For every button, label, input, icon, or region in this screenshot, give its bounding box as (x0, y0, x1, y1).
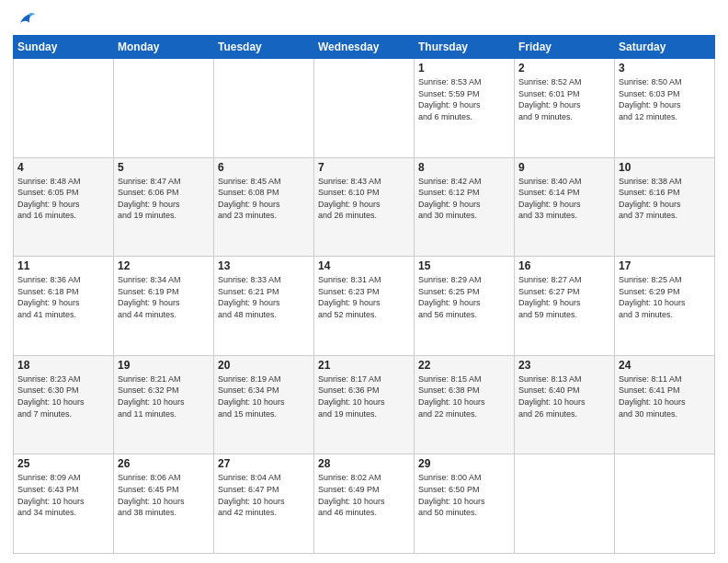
calendar-cell (314, 59, 415, 158)
day-number: 3 (619, 62, 711, 75)
day-info: Sunrise: 8:04 AM Sunset: 6:47 PM Dayligh… (218, 472, 310, 518)
day-number: 19 (118, 359, 210, 372)
day-number: 20 (218, 359, 310, 372)
day-number: 14 (318, 259, 410, 272)
calendar-week-row: 18Sunrise: 8:23 AM Sunset: 6:30 PM Dayli… (14, 355, 715, 454)
calendar-cell (615, 454, 715, 554)
day-number: 16 (518, 259, 610, 272)
calendar-cell: 5Sunrise: 8:47 AM Sunset: 6:06 PM Daylig… (114, 157, 214, 257)
day-number: 24 (619, 359, 711, 372)
day-of-week-header: Friday (515, 36, 615, 59)
calendar-week-row: 25Sunrise: 8:09 AM Sunset: 6:43 PM Dayli… (14, 454, 715, 554)
day-info: Sunrise: 8:31 AM Sunset: 6:23 PM Dayligh… (318, 274, 410, 320)
day-info: Sunrise: 8:53 AM Sunset: 5:59 PM Dayligh… (418, 76, 510, 122)
calendar-cell (114, 59, 214, 158)
day-number: 18 (17, 359, 109, 372)
day-number: 21 (318, 359, 410, 372)
day-of-week-header: Monday (114, 36, 214, 59)
day-number: 23 (518, 359, 610, 372)
calendar-cell: 11Sunrise: 8:36 AM Sunset: 6:18 PM Dayli… (14, 257, 114, 356)
calendar-cell: 19Sunrise: 8:21 AM Sunset: 6:32 PM Dayli… (114, 355, 214, 454)
calendar: SundayMondayTuesdayWednesdayThursdayFrid… (13, 35, 715, 554)
calendar-cell: 20Sunrise: 8:19 AM Sunset: 6:34 PM Dayli… (214, 355, 314, 454)
day-number: 7 (318, 161, 410, 174)
calendar-cell: 10Sunrise: 8:38 AM Sunset: 6:16 PM Dayli… (615, 157, 715, 257)
day-info: Sunrise: 8:11 AM Sunset: 6:41 PM Dayligh… (619, 373, 711, 419)
day-info: Sunrise: 8:27 AM Sunset: 6:27 PM Dayligh… (518, 274, 610, 320)
calendar-week-row: 11Sunrise: 8:36 AM Sunset: 6:18 PM Dayli… (14, 257, 715, 356)
day-info: Sunrise: 8:13 AM Sunset: 6:40 PM Dayligh… (518, 373, 610, 419)
day-info: Sunrise: 8:43 AM Sunset: 6:10 PM Dayligh… (318, 176, 410, 222)
calendar-header-row: SundayMondayTuesdayWednesdayThursdayFrid… (14, 36, 715, 59)
day-info: Sunrise: 8:34 AM Sunset: 6:19 PM Dayligh… (118, 274, 210, 320)
day-info: Sunrise: 8:45 AM Sunset: 6:08 PM Dayligh… (218, 176, 310, 222)
day-number: 8 (418, 161, 510, 174)
day-number: 26 (118, 457, 210, 470)
day-number: 11 (17, 259, 109, 272)
calendar-cell: 2Sunrise: 8:52 AM Sunset: 6:01 PM Daylig… (515, 59, 615, 158)
day-info: Sunrise: 8:02 AM Sunset: 6:49 PM Dayligh… (318, 472, 410, 518)
day-info: Sunrise: 8:06 AM Sunset: 6:45 PM Dayligh… (118, 472, 210, 518)
day-number: 6 (218, 161, 310, 174)
calendar-cell: 8Sunrise: 8:42 AM Sunset: 6:12 PM Daylig… (415, 157, 515, 257)
day-number: 1 (418, 62, 510, 75)
day-info: Sunrise: 8:29 AM Sunset: 6:25 PM Dayligh… (418, 274, 510, 320)
calendar-cell: 12Sunrise: 8:34 AM Sunset: 6:19 PM Dayli… (114, 257, 214, 356)
day-info: Sunrise: 8:38 AM Sunset: 6:16 PM Dayligh… (619, 176, 711, 222)
day-info: Sunrise: 8:50 AM Sunset: 6:03 PM Dayligh… (619, 76, 711, 122)
day-info: Sunrise: 8:17 AM Sunset: 6:36 PM Dayligh… (318, 373, 410, 419)
day-number: 27 (218, 457, 310, 470)
page: SundayMondayTuesdayWednesdayThursdayFrid… (0, 0, 728, 563)
day-of-week-header: Sunday (14, 36, 114, 59)
day-info: Sunrise: 8:33 AM Sunset: 6:21 PM Dayligh… (218, 274, 310, 320)
day-of-week-header: Thursday (415, 36, 515, 59)
day-info: Sunrise: 8:36 AM Sunset: 6:18 PM Dayligh… (17, 274, 109, 320)
calendar-cell: 29Sunrise: 8:00 AM Sunset: 6:50 PM Dayli… (415, 454, 515, 554)
calendar-cell: 18Sunrise: 8:23 AM Sunset: 6:30 PM Dayli… (14, 355, 114, 454)
calendar-cell (14, 59, 114, 158)
calendar-cell: 25Sunrise: 8:09 AM Sunset: 6:43 PM Dayli… (14, 454, 114, 554)
day-number: 22 (418, 359, 510, 372)
day-of-week-header: Tuesday (214, 36, 314, 59)
header (13, 9, 715, 29)
calendar-cell: 17Sunrise: 8:25 AM Sunset: 6:29 PM Dayli… (615, 257, 715, 356)
calendar-cell: 15Sunrise: 8:29 AM Sunset: 6:25 PM Dayli… (415, 257, 515, 356)
day-number: 17 (619, 259, 711, 272)
day-info: Sunrise: 8:48 AM Sunset: 6:05 PM Dayligh… (17, 176, 109, 222)
day-info: Sunrise: 8:47 AM Sunset: 6:06 PM Dayligh… (118, 176, 210, 222)
day-info: Sunrise: 8:42 AM Sunset: 6:12 PM Dayligh… (418, 176, 510, 222)
calendar-cell: 1Sunrise: 8:53 AM Sunset: 5:59 PM Daylig… (415, 59, 515, 158)
calendar-cell: 24Sunrise: 8:11 AM Sunset: 6:41 PM Dayli… (615, 355, 715, 454)
day-info: Sunrise: 8:21 AM Sunset: 6:32 PM Dayligh… (118, 373, 210, 419)
calendar-week-row: 1Sunrise: 8:53 AM Sunset: 5:59 PM Daylig… (14, 59, 715, 158)
day-info: Sunrise: 8:40 AM Sunset: 6:14 PM Dayligh… (518, 176, 610, 222)
calendar-cell: 22Sunrise: 8:15 AM Sunset: 6:38 PM Dayli… (415, 355, 515, 454)
day-of-week-header: Saturday (615, 36, 715, 59)
day-info: Sunrise: 8:52 AM Sunset: 6:01 PM Dayligh… (518, 76, 610, 122)
calendar-cell: 14Sunrise: 8:31 AM Sunset: 6:23 PM Dayli… (314, 257, 415, 356)
calendar-cell: 3Sunrise: 8:50 AM Sunset: 6:03 PM Daylig… (615, 59, 715, 158)
calendar-week-row: 4Sunrise: 8:48 AM Sunset: 6:05 PM Daylig… (14, 157, 715, 257)
calendar-cell: 28Sunrise: 8:02 AM Sunset: 6:49 PM Dayli… (314, 454, 415, 554)
calendar-cell: 21Sunrise: 8:17 AM Sunset: 6:36 PM Dayli… (314, 355, 415, 454)
day-info: Sunrise: 8:00 AM Sunset: 6:50 PM Dayligh… (418, 472, 510, 518)
calendar-cell (214, 59, 314, 158)
day-number: 9 (518, 161, 610, 174)
logo-bird-icon (15, 9, 35, 29)
calendar-cell: 9Sunrise: 8:40 AM Sunset: 6:14 PM Daylig… (515, 157, 615, 257)
day-number: 28 (318, 457, 410, 470)
day-number: 10 (619, 161, 711, 174)
calendar-cell: 16Sunrise: 8:27 AM Sunset: 6:27 PM Dayli… (515, 257, 615, 356)
day-info: Sunrise: 8:15 AM Sunset: 6:38 PM Dayligh… (418, 373, 510, 419)
day-number: 12 (118, 259, 210, 272)
day-number: 5 (118, 161, 210, 174)
day-info: Sunrise: 8:19 AM Sunset: 6:34 PM Dayligh… (218, 373, 310, 419)
logo (13, 9, 35, 29)
calendar-cell: 27Sunrise: 8:04 AM Sunset: 6:47 PM Dayli… (214, 454, 314, 554)
calendar-cell: 6Sunrise: 8:45 AM Sunset: 6:08 PM Daylig… (214, 157, 314, 257)
day-info: Sunrise: 8:25 AM Sunset: 6:29 PM Dayligh… (619, 274, 711, 320)
day-info: Sunrise: 8:09 AM Sunset: 6:43 PM Dayligh… (17, 472, 109, 518)
day-info: Sunrise: 8:23 AM Sunset: 6:30 PM Dayligh… (17, 373, 109, 419)
calendar-cell: 26Sunrise: 8:06 AM Sunset: 6:45 PM Dayli… (114, 454, 214, 554)
day-number: 25 (17, 457, 109, 470)
